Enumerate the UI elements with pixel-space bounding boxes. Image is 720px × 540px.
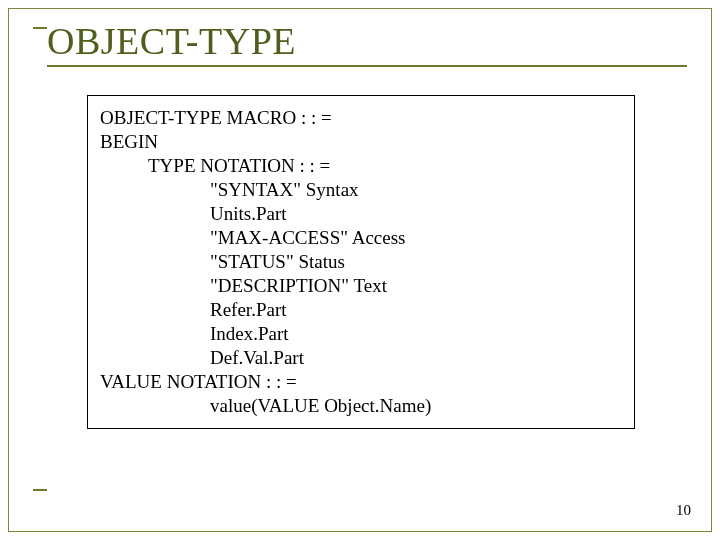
- code-line: Units.Part: [100, 202, 622, 226]
- code-line: "SYNTAX" Syntax: [100, 178, 622, 202]
- slide-title: OBJECT-TYPE: [47, 19, 687, 63]
- accent-tick-bottom: [33, 489, 47, 491]
- code-line: Index.Part: [100, 322, 622, 346]
- code-line: "STATUS" Status: [100, 250, 622, 274]
- code-line: value(VALUE Object.Name): [100, 394, 622, 418]
- code-line: "DESCRIPTION" Text: [100, 274, 622, 298]
- page-number: 10: [676, 502, 691, 519]
- code-line: "MAX-ACCESS" Access: [100, 226, 622, 250]
- code-line: TYPE NOTATION : : =: [100, 154, 622, 178]
- code-line: Refer.Part: [100, 298, 622, 322]
- accent-tick-top: [33, 27, 47, 29]
- code-line: OBJECT-TYPE MACRO : : =: [100, 106, 622, 130]
- title-underline: [47, 65, 687, 67]
- code-line: BEGIN: [100, 130, 622, 154]
- title-block: OBJECT-TYPE: [47, 19, 687, 67]
- slide-frame: OBJECT-TYPE OBJECT-TYPE MACRO : : = BEGI…: [8, 8, 712, 532]
- code-box: OBJECT-TYPE MACRO : : = BEGIN TYPE NOTAT…: [87, 95, 635, 429]
- code-line: VALUE NOTATION : : =: [100, 370, 622, 394]
- code-line: Def.Val.Part: [100, 346, 622, 370]
